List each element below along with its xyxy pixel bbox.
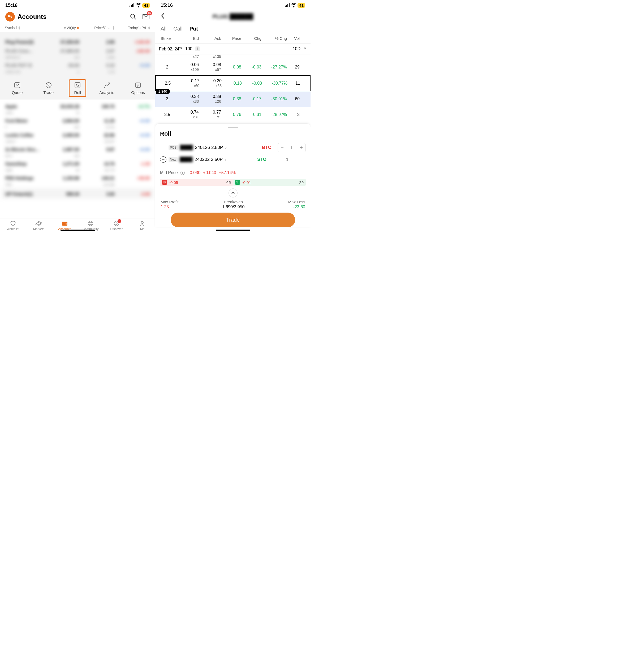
analysis-icon [103, 82, 110, 89]
bid-ask-row: B -0.05 65 S -0.01 29 [160, 177, 306, 189]
roll-sheet: Roll POS ████ 240126 2.50P › BTC − 1 + −… [155, 123, 311, 227]
svg-rect-11 [75, 83, 80, 88]
leg-pos-detail: 240126 2.50P [195, 145, 223, 150]
status-bar: 15:16 41 [155, 0, 311, 10]
roll-icon [74, 82, 81, 89]
app-header: Accounts 16 [0, 10, 155, 24]
leg-pos-ticker-blurred: ████ [180, 145, 193, 150]
svg-line-10 [47, 84, 50, 87]
action-analysis[interactable]: Analysis [99, 82, 115, 95]
svg-rect-3 [134, 3, 134, 7]
svg-rect-21 [286, 5, 287, 7]
options-icon [135, 82, 142, 89]
col-pricecost[interactable]: Price/Cost▲▼ [80, 26, 115, 30]
chain-row-selected[interactable]: 2.5 0.17x60 0.20x68 0.18 -0.08 -30.77% 1… [155, 75, 311, 92]
svg-point-14 [36, 221, 42, 225]
nav-watchlist[interactable]: Watchlist [2, 220, 23, 231]
leg-new-side: STO [257, 157, 266, 162]
wifi-icon [291, 3, 297, 8]
cellular-icon [130, 3, 135, 8]
leg-pos-tag: POS [168, 145, 178, 150]
chain-row[interactable]: 2 0.06x109 0.08x57 0.08 -0.03 -27.27% 29 [155, 59, 311, 75]
mid-price-row: Mid Price i -0.030 +0.040 +57.14% [160, 167, 306, 177]
cellular-icon [285, 3, 290, 8]
chevron-right-icon: › [225, 145, 227, 150]
svg-rect-16 [65, 223, 68, 224]
qty-minus-button[interactable]: − [278, 143, 287, 152]
expand-sheet-button[interactable] [228, 189, 238, 198]
svg-rect-22 [288, 4, 288, 7]
me-icon [139, 220, 146, 227]
column-headers: Symbol▲▼ MV/Qty▲▼ Price/Cost▲▼ Today's P… [0, 24, 155, 33]
col-todaypl[interactable]: Today's P/L▲▼ [115, 26, 151, 30]
chevron-right-icon: › [225, 157, 226, 162]
home-indicator [216, 229, 250, 231]
status-time: 15:16 [161, 3, 173, 8]
option-type-tabs: All Call Put [155, 23, 311, 35]
action-options[interactable]: Options [130, 82, 146, 95]
leg-pos-side: BTC [262, 145, 271, 150]
option-chain-screen: 15:16 41 PLUG ██████ All Call Put Strike… [155, 0, 311, 232]
page-title: Accounts [17, 13, 46, 20]
tab-put[interactable]: Put [190, 26, 198, 32]
leg-pos[interactable]: POS ████ 240126 2.50P › BTC − 1 + [160, 141, 306, 154]
qty-stepper[interactable]: − 1 + [277, 143, 306, 152]
wallet-icon [61, 220, 68, 227]
trade-icon [45, 82, 52, 89]
nav-community[interactable]: Community [80, 220, 101, 231]
chevron-up-icon [303, 46, 307, 51]
leg-new[interactable]: − New ████ 240202 2.50P › STO 1 [160, 154, 306, 165]
col-symbol[interactable]: Symbol▲▼ [5, 26, 47, 30]
back-button[interactable] [161, 12, 165, 20]
svg-rect-20 [285, 6, 286, 7]
inbox-icon[interactable]: 16 [142, 13, 150, 21]
qty-plus-button[interactable]: + [297, 143, 306, 152]
nav-discover[interactable]: 2Discover [106, 220, 127, 231]
home-indicator [60, 229, 95, 231]
svg-rect-0 [130, 6, 130, 7]
expiration-row[interactable]: Feb 02, 24W 100 1 10D [155, 44, 311, 54]
svg-rect-2 [132, 4, 133, 7]
trade-button[interactable]: Trade [171, 213, 295, 227]
status-bar: 15:16 41 [0, 0, 155, 10]
stat-breakeven: Breakeven1.690/3.950 [222, 200, 245, 209]
leg-new-detail: 240202 2.50P [195, 157, 223, 162]
svg-point-19 [141, 221, 143, 223]
discover-badge: 2 [117, 219, 121, 223]
battery-badge: 41 [142, 3, 150, 8]
app-logo-icon [5, 12, 15, 21]
status-time: 15:16 [5, 3, 17, 8]
community-icon [87, 220, 94, 227]
chain-row[interactable]: 3.5 0.74x31 0.77x1 0.76 -0.31 -28.97% 3 [155, 107, 311, 122]
chain-column-headers: Strike Bid Ask Price Chg % Chg Vol [155, 35, 311, 44]
nav-accounts[interactable]: Accounts [54, 220, 75, 231]
bid-chip: B [162, 180, 167, 185]
svg-rect-23 [289, 3, 290, 7]
stat-max-loss: Max Loss-23.60 [288, 200, 305, 209]
wifi-icon [136, 3, 141, 8]
quote-icon [14, 82, 21, 89]
accounts-screen: 15:16 41 Accounts 16 Symbol▲▼ MV/Qty▲▼ P… [0, 0, 155, 232]
nav-markets[interactable]: Markets [28, 220, 49, 231]
svg-point-4 [8, 15, 10, 17]
info-icon[interactable]: i [180, 171, 185, 175]
col-mvqty[interactable]: MV/Qty▲▼ [47, 26, 80, 30]
remove-leg-button[interactable]: − [160, 156, 166, 163]
action-trade[interactable]: Trade [41, 82, 57, 95]
holdings-blurred: Apple20,035.38190.75+0.7% AAPL75 Ford Mo… [0, 100, 155, 217]
tab-all[interactable]: All [161, 26, 166, 32]
nav-me[interactable]: Me [132, 220, 153, 231]
battery-badge: 41 [298, 3, 305, 8]
ask-chip: S [235, 180, 240, 185]
sheet-grabber[interactable] [228, 127, 238, 128]
qty-value: 1 [287, 145, 297, 151]
svg-line-6 [134, 17, 136, 19]
svg-point-17 [88, 221, 93, 226]
action-roll[interactable]: Roll [69, 80, 86, 96]
positions-blurred: Plug Power(2)37,250.002.85+140.00 PLUG C… [0, 35, 155, 78]
chain-row[interactable]: 3 0.38x33 0.39x26 0.38 -0.17 -30.91% 60 [155, 91, 311, 107]
search-icon[interactable] [129, 13, 137, 21]
svg-point-5 [131, 14, 135, 18]
action-quote[interactable]: Quote [9, 82, 25, 95]
tab-call[interactable]: Call [173, 26, 182, 32]
